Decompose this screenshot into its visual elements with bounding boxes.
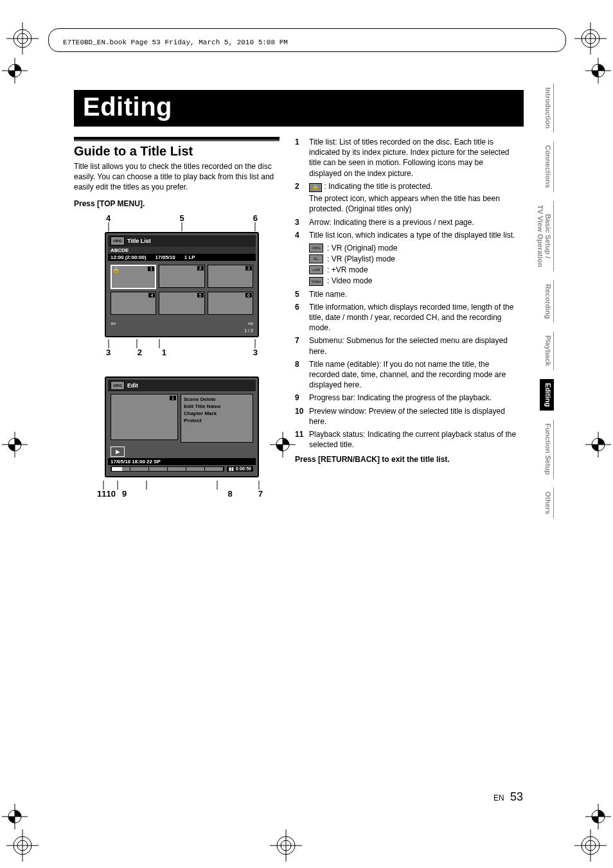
chapter-heading: Editing	[83, 93, 172, 121]
play-icon: ▶	[111, 447, 125, 457]
crop-target-icon	[585, 58, 611, 84]
pause-icon: ▮▮	[229, 466, 234, 472]
mode-label: : +VR mode	[327, 265, 368, 275]
mode-icon: +VR	[309, 265, 323, 274]
arrow-right-icon: ⇨	[248, 320, 253, 327]
edit-diagram: ORG Edit 1 Scene Delete Edit Title Name …	[105, 376, 259, 499]
submenu: Scene Delete Edit Title Name Chapter Mar…	[181, 394, 253, 443]
gradient-rule	[74, 137, 280, 141]
callout-6: 6	[253, 213, 258, 223]
edit-header-text: Edit	[127, 382, 138, 389]
thumb-4: 4	[111, 292, 156, 315]
list-number: 7	[295, 335, 309, 356]
tab-editing: Editing	[540, 379, 554, 411]
mode-icon: ORG	[111, 236, 125, 245]
list-number: 10	[295, 406, 309, 427]
crop-target-icon	[585, 804, 611, 829]
thumbnail-grid: 🔒1 2 3 4 5 6	[108, 261, 256, 319]
callout-list: 1Title list: List of titles recorded on …	[295, 137, 517, 450]
crop-target-icon	[2, 804, 28, 829]
list-text: Title information, which displays record…	[309, 302, 517, 333]
list-text: Title name (editable): If you do not nam…	[309, 359, 517, 391]
tab-introduction: Introduction	[540, 84, 554, 132]
crop-target-icon	[2, 432, 28, 457]
arrow-left-icon: ⇦	[111, 320, 116, 327]
crop-mark-icon	[574, 22, 607, 55]
callout-7: 7	[258, 489, 263, 499]
thumb-2: 2	[159, 265, 204, 288]
mode-icon: Video	[309, 277, 323, 286]
mode-label: : VR (Playlist) mode	[327, 254, 395, 264]
mode-label: : Video mode	[327, 276, 373, 286]
intro-text: Title list allows you to check the title…	[74, 161, 280, 193]
callout-2: 2	[114, 348, 142, 357]
list-text: Title list: List of titles recorded on t…	[309, 137, 517, 179]
play-status-row: ▶	[108, 445, 256, 458]
submenu-scene-delete: Scene Delete	[184, 396, 250, 403]
list-number: 11	[295, 429, 309, 450]
tab-recording: Recording	[540, 280, 554, 323]
title-list-diagram: 4 5 6 ORG Title List ABCDE 12:00 (2:00:	[105, 213, 259, 357]
thumb-5: 5	[159, 292, 204, 315]
callout-3b: 3	[166, 348, 258, 357]
list-text: 🔒 : Indicating the title is protected.Th…	[309, 181, 517, 215]
thumb-6: 6	[208, 292, 253, 315]
mode-icon: ORG	[309, 244, 323, 252]
crop-mark-icon	[6, 22, 39, 55]
page-footer: EN 53	[493, 790, 523, 804]
list-number: 5	[295, 289, 309, 299]
list-text: Title list icon, which indicates a type …	[309, 230, 517, 240]
title-info-row: 12:00 (2:00:00) 17/05/10 1 LP	[108, 254, 256, 261]
tab-connections: Connections	[540, 141, 554, 192]
mode-icon: PL	[309, 254, 323, 263]
list-text: Playback status: Indicating the current …	[309, 429, 517, 450]
callout-1: 1	[142, 348, 166, 357]
crop-target-icon	[2, 58, 28, 84]
press-return: Press [RETURN/BACK] to exit the title li…	[295, 455, 517, 464]
tab-others: Others	[540, 488, 554, 518]
footer-lang: EN	[493, 793, 504, 802]
lock-icon: 🔒	[112, 267, 120, 273]
crop-target-icon	[585, 432, 611, 457]
mode-icon: ORG	[111, 381, 125, 390]
list-text: Title name.	[309, 289, 517, 299]
list-number: 6	[295, 302, 309, 333]
section-heading: Guide to a Title List	[74, 144, 280, 159]
title-list-header: Title List	[127, 238, 151, 244]
list-text: Arrow: Indicating there is a previous / …	[309, 217, 517, 227]
lock-icon: 🔒	[309, 183, 322, 192]
callout-5: 5	[179, 213, 184, 223]
thumb-3: 3	[208, 265, 253, 288]
list-number: 9	[295, 393, 309, 403]
callout-3a: 3	[106, 348, 114, 357]
crop-mark-icon	[6, 829, 39, 862]
title-name-row: ABCDE	[108, 247, 256, 254]
callout-8: 8	[228, 489, 233, 499]
submenu-chapter-mark: Chapter Mark	[184, 410, 250, 417]
footer-page: 53	[510, 790, 523, 803]
list-number: 3	[295, 217, 309, 227]
crop-mark-icon	[270, 829, 302, 862]
info-mode: 1 LP	[184, 254, 195, 260]
preview-num: 1	[170, 396, 176, 400]
submenu-protect: Protect	[184, 417, 250, 424]
time-counter: ▮▮0:00:59	[227, 466, 253, 472]
list-number: 2	[295, 181, 309, 215]
progress-bar	[111, 466, 224, 472]
section-tabs: Introduction Connections Basic Setup / T…	[540, 84, 554, 518]
submenu-edit-title-name: Edit Title Name	[184, 403, 250, 410]
list-number: 8	[295, 359, 309, 391]
list-number: 1	[295, 137, 309, 179]
callout-4: 4	[106, 213, 111, 223]
tab-basic-setup: Basic Setup / TV View Operation	[540, 201, 554, 271]
title-line: 17/05/10 18:00 22 SP	[108, 458, 256, 465]
list-text: Preview window: Preview of the selected …	[309, 406, 517, 427]
tab-function-setup: Function Setup	[540, 420, 554, 479]
tab-playback: Playback	[540, 332, 554, 370]
info-date: 17/05/10	[155, 254, 175, 260]
callout-11: 11	[97, 489, 106, 499]
list-text: Progress bar: Indicating the progress of…	[309, 393, 517, 403]
info-time: 12:00 (2:00:00)	[111, 254, 147, 260]
preview-window: 1	[111, 394, 178, 440]
callout-10: 10	[106, 489, 115, 499]
